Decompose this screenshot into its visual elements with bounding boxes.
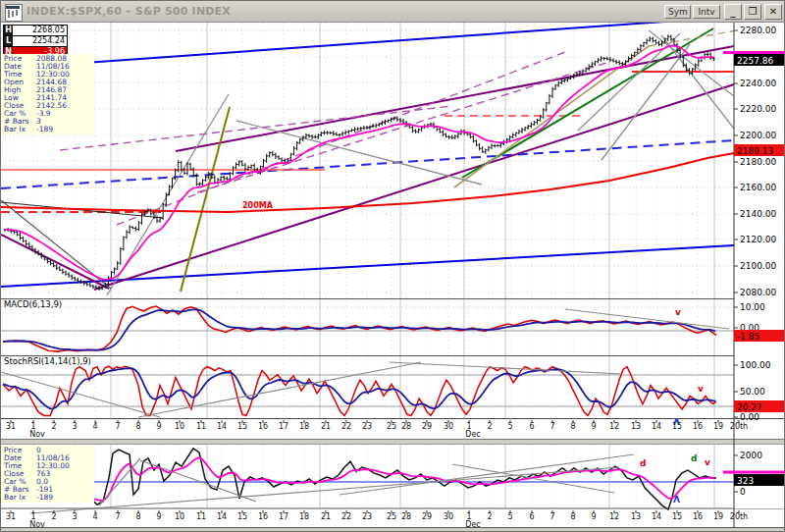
lower-signal-marker: d (640, 458, 646, 468)
indicator-title: MACD(6,13,9) (4, 299, 62, 309)
date-label: 29 (422, 422, 432, 431)
stoch-value-text: 20.27 (737, 402, 762, 412)
date-label: 15 (672, 512, 682, 521)
date-label: 28 (401, 512, 411, 521)
bottom-chrome (1, 528, 785, 532)
app-icon[interactable] (5, 4, 23, 22)
date-label: 30 (444, 512, 453, 521)
price-axis-label: 2240.00 (740, 79, 776, 88)
minimize-button[interactable]: _ (724, 4, 742, 20)
date-label: 15 (672, 422, 682, 431)
date-label: 22 (341, 422, 351, 431)
date-label: 15 (237, 512, 247, 521)
info-label: Bar Ix (4, 494, 36, 502)
month-label: Nov (29, 520, 45, 529)
lower-signal-marker: d (691, 453, 697, 463)
lower-panel-bg (1, 445, 785, 508)
ma200-label: 200MA (242, 201, 274, 210)
stoch-signal-marker: v (698, 384, 704, 394)
date-label: 23 (362, 512, 372, 521)
date-label: 18 (299, 512, 309, 521)
date-label: 16 (258, 512, 268, 521)
date-label: 15 (237, 422, 247, 431)
date-label: 16 (693, 512, 703, 521)
date-label: 11 (196, 512, 206, 521)
date-label: 23 (362, 422, 372, 431)
price-axis-label: 2180.00 (740, 157, 776, 167)
date-label: 10 (175, 422, 184, 431)
app-window: INDEX:$SPX,60 – S&P 500 INDEX Sym Intv _… (0, 0, 785, 532)
quote-value: 2268.05 (13, 26, 67, 35)
price-axis-label: 2100.00 (740, 261, 776, 271)
data-window-main: Price2088.08Date11/08/16Time12:30:00Open… (1, 54, 94, 134)
date-label: 4 (92, 512, 97, 521)
date-label: 13 (631, 512, 641, 521)
date-label: 8 (570, 512, 575, 521)
maximize-button[interactable]: ❐ (744, 4, 761, 20)
lower-signal-marker: Λ (673, 495, 680, 505)
date-label: 9 (156, 422, 161, 431)
chart-svg[interactable]: 200MAvvΛddvΛ2280.002240.002220.002200.00… (1, 23, 785, 532)
date-label: 22 (341, 512, 351, 521)
date-label: 3 (72, 512, 77, 521)
info-row: Bar Ix-189 (4, 126, 94, 133)
macd-value-text: -1.85 (737, 332, 759, 342)
date-label: 8 (570, 422, 575, 431)
date-label: 30 (444, 422, 453, 431)
date-label: 9 (156, 512, 161, 521)
date-label: 7 (115, 512, 120, 521)
stoch-axis-label: 0.00 (740, 412, 759, 422)
price-value-text: 2257.86 (737, 56, 773, 66)
stoch-axis-label: 50.00 (740, 387, 765, 397)
date-label: 31 (6, 512, 16, 521)
date-label: 21 (321, 422, 331, 431)
date-label: 2 (487, 422, 492, 431)
date-label: 16 (693, 422, 703, 431)
date-label: 12 (609, 422, 619, 431)
lower-value-text: 323 (737, 476, 754, 486)
price-axis-label: 2280.00 (740, 26, 776, 35)
date-label: 11 (196, 422, 206, 431)
date-label: 14 (652, 512, 661, 521)
price-axis-label: 2120.00 (740, 235, 776, 244)
stoch-axis-label: 100.00 (740, 360, 771, 370)
date-label: 3 (72, 422, 77, 431)
intv-button[interactable]: Intv (693, 5, 720, 19)
date-label: 13 (631, 422, 641, 431)
lower-signal-marker: v (705, 457, 710, 467)
date-label: 19 (713, 422, 723, 431)
date-label: 2 (51, 422, 56, 431)
indicator-title: StochRSI(14,14(1),9) (4, 356, 91, 366)
month-label: Nov (29, 430, 45, 439)
date-label: 17 (279, 422, 288, 431)
date-label: 9 (591, 422, 596, 431)
date-label: 28 (401, 422, 411, 431)
date-label: 17 (279, 512, 288, 521)
macd-axis-label: 10.00 (740, 302, 765, 312)
date-label: 20th (730, 422, 748, 431)
quote-label: L (4, 36, 13, 46)
date-label: 20th (730, 512, 748, 521)
date-label: 2 (51, 512, 56, 521)
window-title: INDEX:$SPX,60 – S&P 500 INDEX (26, 5, 231, 18)
date-label: 8 (135, 512, 140, 521)
lower-axis-label: 2000 (740, 451, 762, 460)
date-label: 8 (135, 422, 140, 431)
sym-button[interactable]: Sym (664, 5, 691, 19)
price-axis-label: 2140.00 (740, 209, 776, 219)
date-label: 14 (217, 512, 227, 521)
title-bar[interactable]: INDEX:$SPX,60 – S&P 500 INDEX Sym Intv _… (1, 1, 785, 23)
price-axis-label: 2160.00 (740, 183, 776, 192)
date-label: 7 (550, 512, 554, 521)
date-label: 29 (422, 512, 432, 521)
info-row: Bar Ix-189 (4, 494, 94, 502)
quote-value: 2254.24 (13, 36, 67, 46)
info-value: -189 (36, 126, 94, 133)
date-label: 25 (387, 422, 396, 431)
date-label: 2 (487, 512, 492, 521)
date-label: 10 (175, 512, 184, 521)
info-label: Bar Ix (4, 126, 36, 133)
quote-label: H (4, 26, 13, 35)
price-value-text: 2189.13 (737, 146, 773, 156)
close-button[interactable]: ✕ (764, 4, 782, 20)
